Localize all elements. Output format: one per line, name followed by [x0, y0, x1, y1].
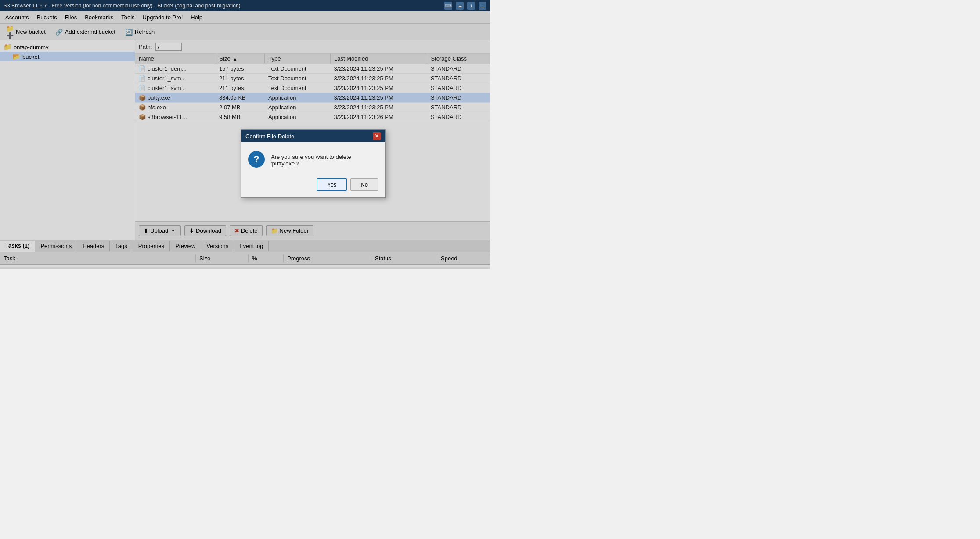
tab-event-log[interactable]: Event log	[234, 241, 269, 251]
folder-icon-bucket: 📂	[12, 53, 21, 61]
add-external-label: Add external bucket	[65, 29, 115, 35]
table-row[interactable]: 📄cluster1_svm... 211 bytes Text Document…	[135, 74, 490, 83]
col-storage-class[interactable]: Storage Class	[427, 54, 490, 64]
cell-last-modified: 3/23/2024 11:23:25 PM	[331, 74, 427, 83]
add-external-icon: 🔗	[55, 28, 63, 36]
cell-size: 211 bytes	[216, 74, 265, 83]
tab-properties[interactable]: Properties	[133, 241, 170, 251]
cell-last-modified: 3/23/2024 11:23:25 PM	[331, 93, 427, 103]
cell-last-modified: 3/23/2024 11:23:25 PM	[331, 64, 427, 74]
delete-button[interactable]: ✖ Delete	[230, 225, 263, 236]
confirm-file-delete-dialog: Confirm File Delete ✕ ? Are you sure you…	[241, 129, 386, 198]
cell-name: 📦putty.exe	[135, 93, 216, 103]
menu-bar: Accounts Buckets Files Bookmarks Tools U…	[0, 11, 490, 24]
new-folder-icon: 📁	[271, 227, 278, 234]
add-external-bucket-button[interactable]: 🔗 Add external bucket	[52, 27, 119, 37]
menu-accounts[interactable]: Accounts	[2, 13, 32, 22]
cell-name: 📦s3browser-11...	[135, 112, 216, 122]
dialog-buttons: Yes No	[241, 175, 385, 197]
table-row[interactable]: 📄cluster1_dem... 157 bytes Text Document…	[135, 64, 490, 74]
path-label: Path:	[139, 43, 152, 50]
dialog-titlebar: Confirm File Delete ✕	[241, 130, 385, 142]
refresh-label: Refresh	[135, 29, 155, 35]
table-row[interactable]: 📦putty.exe 834.05 KB Application 3/23/20…	[135, 93, 490, 103]
menu-bookmarks[interactable]: Bookmarks	[81, 13, 117, 22]
menu-icon[interactable]: ☰	[479, 2, 486, 10]
col-percent: %	[249, 254, 284, 262]
upload-dropdown-arrow[interactable]: ▼	[170, 228, 176, 233]
sort-arrow-size: ▲	[233, 57, 237, 61]
col-task: Task	[0, 254, 196, 262]
tree-item-label-ontap: ontap-dummy	[14, 44, 48, 50]
tree-item-bucket[interactable]: 📂 bucket	[0, 52, 135, 61]
tab-permissions[interactable]: Permissions	[35, 241, 77, 251]
tree-item-ontap-dummy[interactable]: 📁 ontap-dummy	[0, 42, 135, 52]
download-label: Download	[196, 227, 221, 234]
tab-headers[interactable]: Headers	[77, 241, 110, 251]
new-folder-label: New Folder	[280, 227, 309, 234]
cell-size: 211 bytes	[216, 83, 265, 93]
dialog-title: Confirm File Delete	[245, 133, 294, 140]
upload-label: Upload	[150, 227, 168, 234]
cell-storage-class: STANDARD	[427, 93, 490, 103]
download-button[interactable]: ⬇ Download	[184, 225, 226, 236]
refresh-icon: 🔄	[125, 28, 133, 36]
download-icon: ⬇	[189, 227, 194, 234]
dialog-body: ? Are you sure you want to delete 'putty…	[241, 142, 385, 175]
dialog-no-button[interactable]: No	[350, 178, 378, 191]
cell-type: Application	[265, 103, 331, 112]
cell-size: 2.07 MB	[216, 103, 265, 112]
cell-last-modified: 3/23/2024 11:23:25 PM	[331, 103, 427, 112]
cloud-icon[interactable]: ☁	[456, 2, 464, 10]
cell-storage-class: STANDARD	[427, 112, 490, 122]
cell-type: Text Document	[265, 74, 331, 83]
dialog-close-button[interactable]: ✕	[373, 132, 381, 140]
table-row[interactable]: 📦s3browser-11... 9.58 MB Application 3/2…	[135, 112, 490, 122]
path-input[interactable]	[155, 43, 182, 51]
col-size[interactable]: Size ▲	[216, 54, 265, 64]
keyboard-icon[interactable]: ⌨	[444, 2, 452, 10]
delete-label: Delete	[241, 227, 258, 234]
left-panel: 📁 ontap-dummy 📂 bucket	[0, 40, 135, 240]
tabs-bar: Tasks (1) Permissions Headers Tags Prope…	[0, 240, 490, 252]
bottom-file-toolbar: ⬆ Upload ▼ ⬇ Download ✖ Delete 📁 New Fol…	[135, 221, 490, 240]
refresh-button[interactable]: 🔄 Refresh	[122, 27, 159, 37]
table-row[interactable]: 📄cluster1_svm... 211 bytes Text Document…	[135, 83, 490, 93]
tab-tags[interactable]: Tags	[110, 241, 133, 251]
cell-storage-class: STANDARD	[427, 83, 490, 93]
menu-help[interactable]: Help	[187, 13, 206, 22]
tab-versions[interactable]: Versions	[201, 241, 234, 251]
col-size: Size	[196, 254, 249, 262]
tab-preview[interactable]: Preview	[170, 241, 201, 251]
col-progress: Progress	[284, 254, 371, 262]
cell-name: 📦hfs.exe	[135, 103, 216, 112]
tab-tasks[interactable]: Tasks (1)	[0, 241, 35, 252]
cell-last-modified: 3/23/2024 11:23:25 PM	[331, 83, 427, 93]
dialog-message: Are you sure you want to delete 'putty.e…	[271, 151, 378, 167]
new-bucket-icon: 📁➕	[6, 28, 14, 36]
col-name[interactable]: Name	[135, 54, 216, 64]
toolbar: 📁➕ New bucket 🔗 Add external bucket 🔄 Re…	[0, 24, 490, 40]
new-folder-button[interactable]: 📁 New Folder	[266, 225, 313, 236]
info-icon[interactable]: ℹ	[467, 2, 475, 10]
menu-upgrade[interactable]: Upgrade to Pro!	[139, 13, 187, 22]
new-bucket-button[interactable]: 📁➕ New bucket	[3, 27, 49, 37]
col-last-modified[interactable]: Last Modified	[331, 54, 427, 64]
menu-buckets[interactable]: Buckets	[33, 13, 60, 22]
cell-size: 157 bytes	[216, 64, 265, 74]
tree-item-label-bucket: bucket	[22, 54, 39, 60]
window-title: S3 Browser 11.6.7 - Free Version (for no…	[4, 3, 241, 9]
upload-icon: ⬆	[144, 227, 148, 234]
upload-button[interactable]: ⬆ Upload ▼	[139, 225, 181, 236]
menu-files[interactable]: Files	[61, 13, 80, 22]
dialog-yes-button[interactable]: Yes	[317, 178, 347, 191]
col-type[interactable]: Type	[265, 54, 331, 64]
cell-type: Text Document	[265, 83, 331, 93]
cell-size: 834.05 KB	[216, 93, 265, 103]
cell-storage-class: STANDARD	[427, 74, 490, 83]
bottom-table-header: Task Size % Progress Status Speed	[0, 252, 490, 265]
cell-storage-class: STANDARD	[427, 103, 490, 112]
table-row[interactable]: 📦hfs.exe 2.07 MB Application 3/23/2024 1…	[135, 103, 490, 112]
cell-type: Text Document	[265, 64, 331, 74]
menu-tools[interactable]: Tools	[118, 13, 138, 22]
